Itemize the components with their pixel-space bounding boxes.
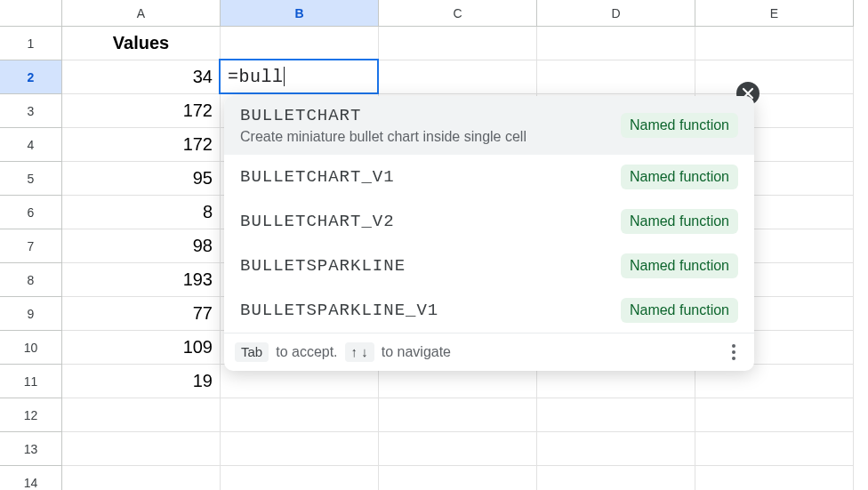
cell-A6[interactable]: 8 — [62, 196, 221, 229]
row-header-6[interactable]: 6 — [0, 196, 62, 229]
cell-A13[interactable] — [62, 432, 221, 466]
row-header-11[interactable]: 11 — [0, 365, 62, 398]
autocomplete-item-bulletsparkline[interactable]: BULLETSPARKLINENamed function — [224, 244, 754, 288]
arrow-keys-chip: ↑ ↓ — [345, 342, 374, 362]
autocomplete-item-name: BULLETSPARKLINE_V1 — [240, 301, 438, 320]
cell-E12[interactable] — [695, 398, 854, 432]
cell-C13[interactable] — [379, 432, 537, 466]
cell-A14[interactable] — [62, 466, 221, 490]
row-header-8[interactable]: 8 — [0, 263, 62, 297]
tab-key-chip: Tab — [235, 342, 269, 362]
formula-text: =bull — [228, 67, 284, 87]
cell-A9[interactable]: 77 — [62, 297, 221, 331]
cell-B1[interactable] — [221, 27, 379, 60]
navigate-hint: to navigate — [382, 344, 451, 360]
cell-A4[interactable]: 172 — [62, 128, 221, 162]
named-function-badge: Named function — [621, 253, 738, 278]
function-autocomplete-popup: BULLETCHARTCreate miniature bullet chart… — [224, 96, 754, 371]
col-header-D[interactable]: D — [537, 0, 695, 27]
col-header-E[interactable]: E — [695, 0, 854, 27]
cell-A7[interactable]: 98 — [62, 229, 221, 263]
cell-D14[interactable] — [537, 466, 695, 490]
cell-B12[interactable] — [221, 398, 379, 432]
row-header-12[interactable]: 12 — [0, 398, 62, 432]
col-header-C[interactable]: C — [379, 0, 537, 27]
autocomplete-item-name: BULLETCHART_V2 — [240, 212, 395, 231]
row-header-14[interactable]: 14 — [0, 466, 62, 490]
cell-D1[interactable] — [537, 27, 695, 60]
select-all-corner[interactable] — [0, 0, 62, 27]
autocomplete-footer: Tab to accept. ↑ ↓ to navigate — [224, 333, 754, 371]
cell-D13[interactable] — [537, 432, 695, 466]
cell-A8[interactable]: 193 — [62, 263, 221, 297]
accept-hint: to accept. — [276, 344, 337, 360]
named-function-badge: Named function — [621, 113, 738, 138]
cell-A12[interactable] — [62, 398, 221, 432]
cell-E13[interactable] — [695, 432, 854, 466]
cell-B14[interactable] — [221, 466, 379, 490]
autocomplete-item-bulletsparkline_v1[interactable]: BULLETSPARKLINE_V1Named function — [224, 288, 754, 333]
row-header-9[interactable]: 9 — [0, 297, 62, 331]
autocomplete-item-description: Create miniature bullet chart inside sin… — [240, 129, 526, 145]
cell-C14[interactable] — [379, 466, 537, 490]
autocomplete-item-name: BULLETCHART — [240, 106, 526, 125]
row-header-7[interactable]: 7 — [0, 229, 62, 263]
cell-A3[interactable]: 172 — [62, 94, 221, 128]
autocomplete-item-bulletchart_v2[interactable]: BULLETCHART_V2Named function — [224, 199, 754, 244]
named-function-badge: Named function — [621, 165, 738, 189]
cell-B13[interactable] — [221, 432, 379, 466]
cell-C2[interactable] — [379, 60, 537, 94]
more-options-icon[interactable] — [724, 342, 743, 362]
cell-A10[interactable]: 109 — [62, 331, 221, 365]
autocomplete-item-bulletchart[interactable]: BULLETCHARTCreate miniature bullet chart… — [224, 96, 754, 155]
col-header-A[interactable]: A — [62, 0, 221, 27]
row-header-10[interactable]: 10 — [0, 331, 62, 365]
cell-E2[interactable] — [695, 60, 854, 94]
row-headers: 1234567891011121314 — [0, 27, 62, 490]
cell-C12[interactable] — [379, 398, 537, 432]
row-header-4[interactable]: 4 — [0, 128, 62, 162]
cell-D2[interactable] — [537, 60, 695, 94]
col-header-B[interactable]: B — [221, 0, 379, 27]
cell-E14[interactable] — [695, 466, 854, 490]
cell-C1[interactable] — [379, 27, 537, 60]
column-headers: ABCDE — [62, 0, 854, 27]
autocomplete-item-bulletchart_v1[interactable]: BULLETCHART_V1Named function — [224, 155, 754, 199]
cell-D12[interactable] — [537, 398, 695, 432]
autocomplete-item-name: BULLETCHART_V1 — [240, 167, 395, 187]
row-header-13[interactable]: 13 — [0, 432, 62, 466]
formula-edit-input[interactable]: =bull — [219, 59, 379, 94]
named-function-badge: Named function — [621, 209, 738, 234]
cell-A2[interactable]: 34 — [62, 60, 221, 94]
cell-E1[interactable] — [695, 27, 854, 60]
named-function-badge: Named function — [621, 298, 738, 323]
row-header-3[interactable]: 3 — [0, 94, 62, 128]
row-header-2[interactable]: 2 — [0, 60, 62, 94]
row-header-1[interactable]: 1 — [0, 27, 62, 60]
text-caret — [284, 67, 285, 86]
cell-A5[interactable]: 95 — [62, 162, 221, 196]
cell-A1[interactable]: Values — [62, 27, 221, 60]
cell-A11[interactable]: 19 — [62, 365, 221, 398]
row-header-5[interactable]: 5 — [0, 162, 62, 196]
autocomplete-item-name: BULLETSPARKLINE — [240, 256, 406, 276]
